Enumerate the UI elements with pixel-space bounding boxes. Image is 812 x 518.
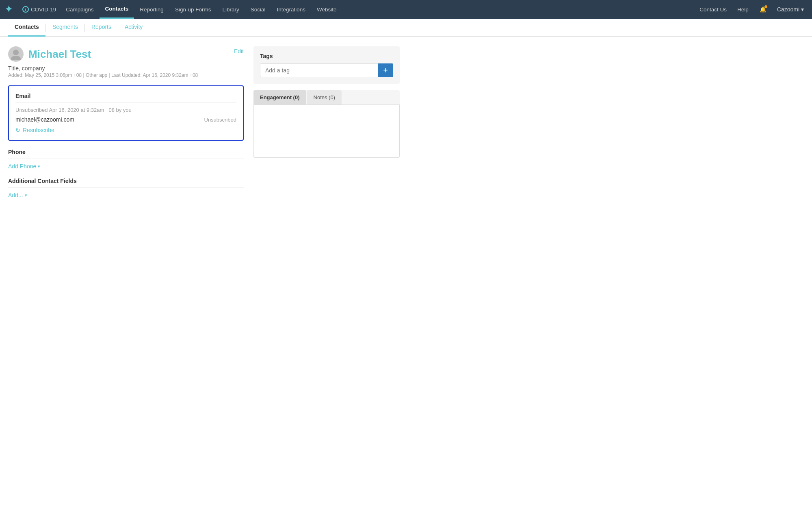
nav-item-signup-forms[interactable]: Sign-up Forms [169, 0, 217, 19]
nav-item-contacts[interactable]: Contacts [100, 0, 134, 19]
top-navigation: ✦ i COVID-19 Campaigns Contacts Reportin… [0, 0, 812, 19]
add-tag-button[interactable]: + [378, 63, 393, 77]
contact-detail-left: Michael Test Edit Title, company Added: … [8, 46, 244, 207]
tags-title: Tags [260, 53, 393, 59]
nav-item-social[interactable]: Social [245, 0, 271, 19]
email-unsub-notice: Unsubscribed Apr 16, 2020 at 9:32am +08 … [15, 107, 236, 113]
chevron-down-icon: ▾ [801, 6, 804, 13]
logo[interactable]: ✦ [5, 4, 12, 15]
additional-fields-section: Additional Contact Fields Add... [8, 178, 244, 198]
contact-meta: Added: May 25, 2015 3:06pm +08 | Other a… [8, 72, 244, 78]
contact-name-row: Michael Test [8, 46, 91, 62]
engagement-section: Engagement (0) Notes (0) [253, 90, 400, 158]
add-phone-link[interactable]: Add Phone [8, 163, 244, 170]
contact-us-link[interactable]: Contact Us [695, 0, 731, 19]
nav-item-website[interactable]: Website [311, 0, 342, 19]
nav-items: i COVID-19 Campaigns Contacts Reporting … [18, 0, 695, 19]
engagement-content [253, 105, 400, 158]
edit-link[interactable]: Edit [234, 46, 244, 54]
contact-title: Title, company [8, 65, 244, 72]
tags-input-row: + [260, 63, 393, 77]
sub-nav-activity[interactable]: Activity [118, 19, 149, 37]
main-content: Michael Test Edit Title, company Added: … [0, 37, 569, 216]
phone-section-title: Phone [8, 149, 244, 159]
engagement-tabs: Engagement (0) Notes (0) [253, 90, 400, 105]
nav-item-reporting[interactable]: Reporting [134, 0, 169, 19]
sub-nav-reports[interactable]: Reports [85, 19, 118, 37]
nav-item-library[interactable]: Library [217, 0, 245, 19]
contact-name: Michael Test [28, 48, 91, 61]
tab-notes[interactable]: Notes (0) [307, 90, 342, 104]
email-section: Email Unsubscribed Apr 16, 2020 at 9:32a… [8, 85, 244, 141]
notification-dot [764, 5, 767, 8]
user-menu[interactable]: Cazoomi ▾ [774, 6, 807, 13]
resubscribe-link[interactable]: ↻ Resubscribe [15, 127, 236, 133]
sub-navigation: Contacts Segments Reports Activity [0, 19, 812, 37]
notifications-bell[interactable]: 🔔 [755, 0, 771, 19]
refresh-icon: ↻ [15, 127, 20, 133]
info-icon: i [22, 6, 29, 13]
tag-input[interactable] [260, 63, 378, 77]
contact-header: Michael Test Edit [8, 46, 244, 62]
sub-nav-contacts[interactable]: Contacts [8, 19, 45, 37]
nav-item-covid19-label: COVID-19 [31, 7, 56, 13]
phone-section: Phone Add Phone [8, 149, 244, 170]
email-address: michael@cazoomi.com [15, 116, 74, 123]
nav-right-items: Contact Us Help 🔔 Cazoomi ▾ [695, 0, 807, 19]
svg-point-1 [11, 56, 21, 60]
help-link[interactable]: Help [733, 0, 753, 19]
nav-item-campaigns[interactable]: Campaigns [60, 0, 99, 19]
email-row: michael@cazoomi.com Unsubscribed [15, 116, 236, 123]
avatar [8, 46, 24, 62]
additional-fields-title: Additional Contact Fields [8, 178, 244, 188]
sub-nav-segments[interactable]: Segments [46, 19, 84, 37]
tab-engagement[interactable]: Engagement (0) [253, 90, 306, 104]
nav-item-integrations[interactable]: Integrations [271, 0, 311, 19]
add-more-link[interactable]: Add... [8, 192, 244, 198]
email-status: Unsubscribed [204, 117, 237, 123]
nav-item-covid19[interactable]: i COVID-19 [18, 6, 60, 13]
contact-detail-right: Tags + Engagement (0) Notes (0) [253, 46, 400, 207]
tags-section: Tags + [253, 46, 400, 84]
bell-icon: 🔔 [759, 5, 767, 13]
svg-point-0 [13, 50, 19, 55]
email-section-title: Email [15, 93, 236, 103]
